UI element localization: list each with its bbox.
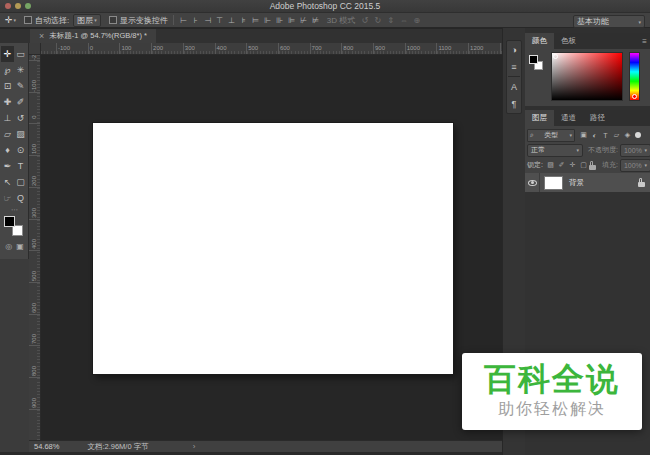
3d-rotate-icon[interactable]: ↺: [359, 16, 370, 25]
chevron-down-icon: ▾: [569, 132, 572, 138]
tab-layers[interactable]: 图层: [525, 110, 554, 126]
brush-tool[interactable]: ✐: [14, 94, 27, 110]
tab-paths[interactable]: 路径: [583, 110, 612, 126]
mini-foreground-swatch[interactable]: [529, 55, 538, 64]
rectangular-marquee-tool[interactable]: ▭: [14, 46, 27, 62]
close-tab-icon[interactable]: ×: [39, 31, 44, 41]
tab-channels[interactable]: 通道: [554, 110, 583, 126]
auto-select-checkbox[interactable]: [24, 16, 32, 24]
lock-icons: ▨✐✛▢: [546, 161, 588, 169]
lock-artboard-icon[interactable]: ▢: [579, 161, 588, 169]
document-tab[interactable]: × 未标题-1 @ 54.7%(RGB/8*) *: [30, 29, 156, 43]
dodge-tool[interactable]: ⊙: [14, 142, 27, 158]
distribute-horizontal-centers-icon[interactable]: ⊬: [299, 16, 309, 25]
lasso-tool[interactable]: ℘: [1, 62, 14, 78]
eye-icon[interactable]: [528, 180, 537, 186]
status-options-arrow[interactable]: ›: [193, 442, 196, 451]
pen-tool[interactable]: ✒: [1, 158, 14, 174]
path-selection-tool[interactable]: ↖: [1, 174, 14, 190]
vertical-ruler[interactable]: -200-1000100200300400500600700800900: [29, 55, 41, 440]
lock-transparent-pixels-icon[interactable]: ▨: [546, 161, 555, 169]
align-right-edges-icon[interactable]: ⊣: [203, 16, 213, 25]
type-tool[interactable]: T: [14, 158, 27, 174]
ruler-tick: [278, 43, 279, 54]
blend-mode-dropdown[interactable]: 正常 ▾: [527, 144, 583, 157]
lock-all-icon[interactable]: [589, 161, 596, 170]
lock-image-pixels-icon[interactable]: ✐: [557, 161, 566, 169]
foreground-color-swatch[interactable]: [4, 216, 15, 227]
crop-tool[interactable]: ⊡: [1, 78, 14, 94]
eraser-tool[interactable]: ▱: [1, 126, 14, 142]
hand-tool[interactable]: ☞: [1, 190, 14, 206]
edit-toolbar-ellipsis[interactable]: ⋯: [0, 206, 29, 214]
chevron-down-icon[interactable]: ▾: [14, 17, 17, 23]
auto-select-target-dropdown[interactable]: 图层 ▾: [73, 14, 101, 27]
layer-filter-type-dropdown[interactable]: ⌕ 类型 ▾: [527, 129, 575, 142]
3d-drag-icon[interactable]: ⇕: [385, 16, 396, 25]
gradient-tool[interactable]: ▨: [14, 126, 27, 142]
layer-thumbnail[interactable]: [544, 176, 563, 190]
distribute-right-edges-icon[interactable]: ⊭: [311, 16, 321, 25]
quick-selection-tool[interactable]: ✳: [14, 62, 27, 78]
align-bottom-edges-icon[interactable]: ⊧: [239, 16, 249, 25]
blur-tool[interactable]: ♦: [1, 142, 14, 158]
zoom-level-field[interactable]: 54.68%: [34, 442, 59, 451]
chevron-down-icon: ▾: [94, 17, 97, 23]
horizontal-ruler[interactable]: -100010020030040050060070080090010001100…: [41, 43, 502, 55]
3d-roll-icon[interactable]: ↻: [372, 16, 383, 25]
filter-shape-layers-icon[interactable]: ▱: [612, 131, 621, 139]
quick-mask-icon[interactable]: ◎: [5, 242, 12, 251]
align-left-edges-icon[interactable]: ⊢: [179, 16, 189, 25]
panel-menu-icon[interactable]: ≡: [642, 37, 647, 46]
layer-visibility-cell[interactable]: [525, 173, 540, 192]
filter-adjustment-layers-icon[interactable]: ◐: [590, 132, 599, 139]
distribute-top-edges-icon[interactable]: ⊨: [251, 16, 261, 25]
ruler-label: 400: [31, 237, 37, 251]
distribute-vertical-centers-icon[interactable]: ⊩: [263, 16, 273, 25]
spot-healing-brush-tool[interactable]: ✚: [1, 94, 14, 110]
mini-color-swatches: [529, 55, 546, 72]
paragraph-panel-icon[interactable]: ¶: [507, 95, 521, 112]
color-field-marker[interactable]: [553, 54, 558, 59]
distribute-bottom-edges-icon[interactable]: ⊪: [275, 16, 285, 25]
lock-position-icon[interactable]: ✛: [568, 161, 577, 169]
3d-mode-label: 3D 模式: [327, 15, 355, 26]
saturation-brightness-field[interactable]: [551, 52, 623, 101]
rectangle-tool[interactable]: ▢: [14, 174, 27, 190]
properties-panel-icon[interactable]: ≡: [507, 58, 521, 75]
lock-row: 锁定: ▨✐✛▢ 填充: 100% ▾: [525, 158, 650, 172]
show-transform-controls-checkbox[interactable]: [109, 16, 117, 24]
tab-color[interactable]: 颜色: [525, 33, 554, 49]
ruler-label: 1200: [470, 45, 483, 51]
filter-pixel-layers-icon[interactable]: ▣: [579, 131, 588, 139]
chevron-down-icon: ▾: [644, 147, 647, 153]
align-vertical-centers-icon[interactable]: ⊥: [227, 16, 237, 25]
screen-mode-icon[interactable]: ▣: [16, 242, 24, 251]
hue-slider[interactable]: [629, 52, 640, 101]
workspace-switcher-dropdown[interactable]: 基本功能 ▾: [573, 15, 645, 28]
tab-swatches[interactable]: 色板: [554, 33, 583, 49]
move-tool[interactable]: ✛: [1, 46, 14, 62]
filter-smart-objects-icon[interactable]: ◈: [623, 131, 632, 139]
ruler-origin-corner[interactable]: [29, 43, 41, 55]
eyedropper-tool[interactable]: ✎: [14, 78, 27, 94]
align-top-edges-icon[interactable]: ⊤: [215, 16, 225, 25]
history-brush-tool[interactable]: ↺: [14, 110, 27, 126]
filter-type-layers-icon[interactable]: T: [601, 132, 610, 139]
layer-filter-icons: ▣◐T▱◈: [579, 131, 632, 139]
adjustments-panel-icon[interactable]: ◑: [507, 41, 521, 58]
move-tool-preset-icon[interactable]: ✛: [5, 15, 13, 25]
character-panel-icon[interactable]: A: [507, 78, 521, 95]
layer-name[interactable]: 背景: [569, 178, 638, 188]
clone-stamp-tool[interactable]: ⊥: [1, 110, 14, 126]
distribute-left-edges-icon[interactable]: ⊫: [287, 16, 297, 25]
layer-row-background[interactable]: 背景: [525, 173, 650, 192]
hue-slider-marker[interactable]: [632, 94, 637, 99]
3d-scale-icon[interactable]: ⊕: [411, 16, 422, 25]
layer-filter-toggle[interactable]: [635, 132, 641, 138]
align-horizontal-centers-icon[interactable]: ⊦: [191, 16, 201, 25]
3d-slide-icon[interactable]: ⇔: [398, 16, 409, 25]
chevron-down-icon: ▾: [644, 162, 647, 168]
document-canvas[interactable]: [93, 123, 453, 374]
zoom-tool[interactable]: Q: [14, 190, 27, 206]
